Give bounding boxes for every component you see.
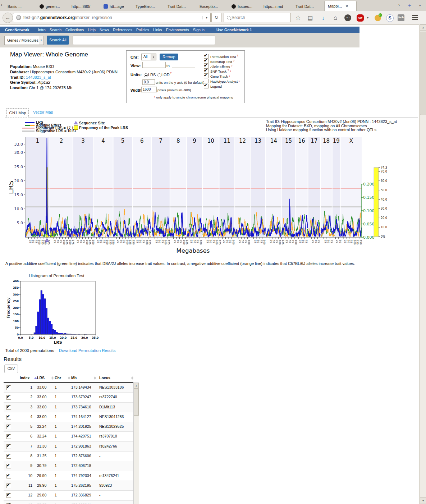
chromosome-panel-4[interactable] (93, 137, 113, 237)
lrs-radio[interactable] (144, 73, 148, 77)
menu-icon[interactable] (411, 14, 419, 22)
view-to-input[interactable] (172, 62, 195, 68)
browser-tab[interactable]: Exceptio... (196, 2, 228, 11)
url-dropdown-icon[interactable]: ▾ (202, 16, 210, 19)
column-header-index[interactable]: Index (20, 376, 29, 380)
lod-radio[interactable] (157, 73, 161, 77)
units-help-icon[interactable]: ? (170, 72, 171, 75)
adblock-dropdown-icon[interactable]: ▾ (364, 14, 372, 22)
skype-icon[interactable]: S (386, 14, 394, 22)
tab-scroll-right-icon[interactable]: › (398, 2, 400, 8)
nav-link-policies[interactable]: Policies (136, 28, 149, 32)
row-checkbox[interactable] (6, 385, 11, 390)
browser-tab[interactable]: TypeErro... (132, 2, 164, 11)
checkbox-permutation-test[interactable]: Permutation Test ? (204, 54, 238, 59)
row-checkbox[interactable] (6, 444, 11, 449)
remap-button[interactable]: Remap (160, 54, 178, 60)
tab-gn1-map[interactable]: GN1 Map (6, 108, 29, 118)
nav-link-sign-in[interactable]: Sign in (193, 28, 205, 32)
chromosome-panel-8[interactable] (170, 137, 186, 237)
checkbox-legend[interactable]: Legend (204, 84, 222, 88)
browser-tab[interactable]: http:...880/ (68, 2, 100, 11)
sort-icon[interactable] (94, 376, 96, 380)
reload-button[interactable]: ↻ (211, 13, 221, 22)
new-tab-icon[interactable]: ＋ (407, 2, 412, 9)
sort-icon[interactable] (131, 376, 133, 380)
site-identity-icon[interactable] (16, 15, 21, 20)
row-checkbox[interactable] (6, 405, 11, 410)
search-all-button[interactable]: Search All (47, 36, 69, 45)
column-header-mb[interactable]: Mb (71, 376, 77, 380)
sort-asc-icon[interactable] (34, 377, 37, 379)
column-header-lrs[interactable]: LRS (37, 376, 45, 380)
width-input[interactable]: 1600 (141, 87, 157, 92)
nav-link-help[interactable]: Help (88, 28, 96, 32)
browser-tab[interactable]: Basic ... (4, 2, 36, 11)
sort-icon[interactable] (51, 376, 54, 380)
row-checkbox[interactable] (6, 484, 11, 488)
row-checkbox[interactable] (6, 395, 11, 400)
row-checkbox[interactable] (6, 493, 11, 498)
nav-link-collections[interactable]: Collections (65, 28, 84, 32)
sort-icon[interactable] (68, 376, 70, 380)
messenger-icon[interactable]: ··· (344, 14, 351, 21)
browser-tab[interactable]: https...r.md (260, 2, 292, 11)
row-checkbox[interactable] (6, 415, 11, 420)
bookmark-star-icon[interactable]: ☆ (294, 14, 302, 22)
checkbox-allele-effects[interactable]: Allele Effects ? (204, 64, 232, 69)
checkbox-bootstrap-test[interactable]: Bootstrap Test ? (204, 59, 234, 64)
table-scrollbar[interactable]: ▲ (133, 382, 139, 504)
scroll-up-icon[interactable]: ▲ (420, 24, 426, 31)
search-category-select[interactable]: Genes / Molecules (4, 36, 42, 45)
scroll-down-icon[interactable]: ▼ (420, 498, 426, 504)
tab-close-icon[interactable]: ✕ (345, 4, 348, 9)
row-checkbox[interactable] (6, 464, 11, 468)
checkbox-haplotype-analyst[interactable]: Haplotype Analyst * (204, 79, 240, 83)
download-permutation-link[interactable]: Download Permutation Results (59, 348, 116, 353)
row-checkbox[interactable] (6, 425, 11, 429)
row-checkbox[interactable] (6, 454, 11, 459)
nav-link-search[interactable]: Search (50, 28, 61, 32)
browser-tab[interactable]: Trait Dat... (164, 2, 196, 11)
adblock-plus-icon[interactable]: ABP (357, 14, 364, 22)
row-checkbox[interactable] (6, 434, 11, 439)
checkbox-icon[interactable] (204, 84, 209, 88)
browser-tab[interactable]: Trait Dat... (292, 2, 324, 11)
browser-tab[interactable]: htt...age (100, 2, 132, 11)
selenium-icon[interactable]: Se✎ (398, 14, 404, 21)
browser-tab[interactable]: Issues... (228, 2, 260, 11)
back-button[interactable]: ← (3, 13, 13, 23)
search-field[interactable]: Search (224, 13, 291, 22)
view-from-input[interactable] (142, 62, 166, 68)
info-value[interactable]: 1443823_s_at (26, 75, 51, 79)
brand-genenetwork[interactable]: GeneNetwork (5, 28, 29, 32)
nav-link-links[interactable]: Links (153, 28, 162, 32)
download-icon[interactable]: ↓ (319, 14, 327, 22)
checkbox-icon[interactable] (204, 74, 209, 78)
browser-scrollbar-thumb[interactable] (420, 32, 426, 115)
csv-button[interactable]: CSV (4, 365, 18, 373)
chromosome-panel-2[interactable] (50, 137, 73, 237)
nav-use-gn1[interactable]: Use GeneNetwork 1 (216, 28, 252, 32)
table-scroll-up-icon[interactable]: ▲ (134, 383, 139, 389)
browser-tab[interactable]: Mappi...✕ (324, 1, 357, 11)
column-header-chr[interactable]: Chr (55, 376, 61, 380)
chromosome-panel-17[interactable] (308, 137, 320, 237)
browser-scrollbar[interactable]: ▲ ▼ (419, 24, 426, 504)
home-icon[interactable]: ⌂ (331, 14, 339, 22)
tab-vector-map[interactable]: Vector Map (33, 110, 53, 114)
url-bar[interactable]: test-gn2.genenetwork.org/marker_regressi… (13, 13, 211, 22)
site-search-input[interactable] (73, 35, 215, 45)
reading-list-icon[interactable]: ▤ (306, 14, 314, 22)
tab-scroll-left-icon[interactable]: ‹ (1, 2, 2, 8)
nav-link-intro[interactable]: Intro (38, 28, 46, 32)
checkbox-snp-track[interactable]: SNP Track ? * (204, 69, 231, 73)
checkbox-gene-track[interactable]: Gene Track * (204, 74, 230, 78)
list-tabs-icon[interactable]: ▾ (419, 4, 421, 7)
nav-link-news[interactable]: News (100, 28, 109, 32)
account-icon[interactable] (375, 15, 381, 21)
chromosome-panel-12[interactable] (235, 137, 250, 237)
column-header-locus[interactable]: Locus (99, 376, 110, 380)
nav-link-environments[interactable]: Environments (166, 28, 189, 32)
yaxis-units-input[interactable]: 0.0 (142, 79, 155, 85)
